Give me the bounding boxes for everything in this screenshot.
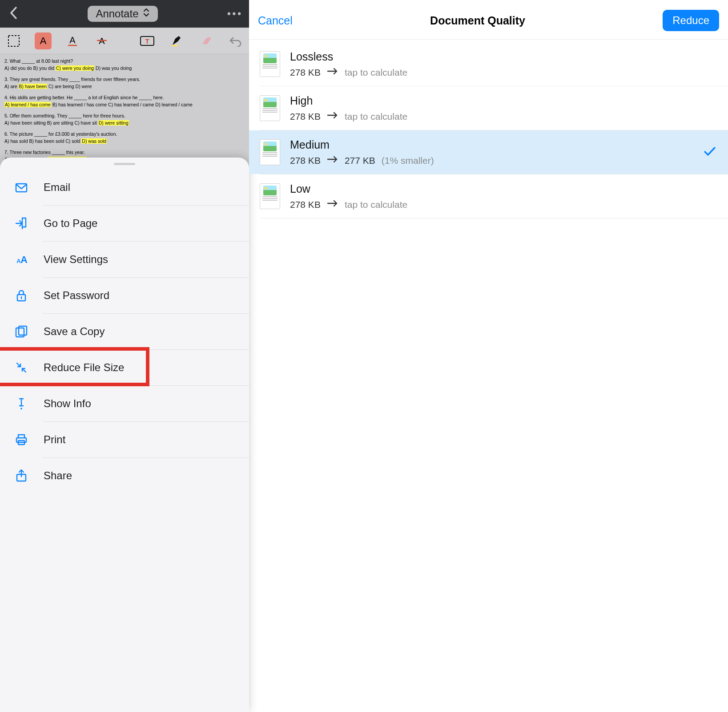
menu-item-label: Email bbox=[44, 181, 70, 194]
back-icon[interactable] bbox=[9, 6, 19, 21]
menu-item-label: View Settings bbox=[44, 253, 108, 266]
menu-item-print[interactable]: Print bbox=[0, 422, 249, 457]
quality-thumb-icon bbox=[260, 95, 280, 121]
menu-item-label: Reduce File Size bbox=[44, 361, 124, 374]
email-icon bbox=[13, 179, 29, 195]
text-a-tool-icon[interactable]: A bbox=[35, 32, 52, 49]
goto-page-icon bbox=[13, 215, 29, 231]
quality-item-low[interactable]: Low278 KBtap to calculate bbox=[249, 174, 728, 218]
svg-text:A: A bbox=[69, 35, 76, 45]
quality-item-high[interactable]: High278 KBtap to calculate bbox=[249, 86, 728, 130]
quality-name: High bbox=[290, 94, 407, 107]
arrow-right-icon bbox=[327, 67, 338, 78]
more-icon[interactable]: ••• bbox=[227, 8, 243, 20]
reduce-file-size-icon bbox=[13, 360, 29, 376]
pen-tool-icon[interactable] bbox=[168, 32, 185, 49]
updown-icon bbox=[143, 8, 150, 20]
action-sheet: EmailGo to PageAAView SettingsSet Passwo… bbox=[0, 158, 249, 712]
menu-item-set-password[interactable]: Set Password bbox=[0, 278, 249, 313]
set-password-icon bbox=[13, 287, 29, 303]
underline-a-tool-icon[interactable]: A bbox=[64, 32, 81, 49]
menu-item-label: Save a Copy bbox=[44, 325, 105, 338]
quality-thumb-icon bbox=[260, 183, 280, 209]
svg-text:A: A bbox=[40, 35, 47, 46]
mode-selector[interactable]: Annotate bbox=[88, 6, 158, 22]
arrow-right-icon bbox=[327, 111, 338, 122]
svg-rect-8 bbox=[172, 45, 178, 46]
svg-text:A: A bbox=[20, 254, 28, 265]
menu-item-label: Share bbox=[44, 469, 72, 482]
quality-size: 278 KB bbox=[290, 155, 321, 166]
quality-tap: tap to calculate bbox=[345, 111, 407, 122]
textbox-tool-icon[interactable]: T bbox=[139, 32, 156, 49]
quality-tap: tap to calculate bbox=[345, 67, 407, 78]
undo-tool-icon[interactable] bbox=[227, 32, 244, 49]
print-icon bbox=[13, 432, 29, 448]
menu-item-save-copy[interactable]: Save a Copy bbox=[0, 314, 249, 349]
strike-a-tool-icon[interactable]: A bbox=[93, 32, 110, 49]
svg-text:T: T bbox=[145, 37, 149, 45]
mode-label: Annotate bbox=[96, 8, 138, 20]
quality-after-size: 277 KB bbox=[345, 155, 375, 166]
arrow-right-icon bbox=[327, 199, 338, 210]
show-info-icon bbox=[13, 396, 29, 412]
tool-row: A A A T bbox=[0, 28, 249, 54]
save-copy-icon bbox=[13, 324, 29, 340]
quality-smaller: (1% smaller) bbox=[382, 155, 434, 166]
arrow-right-icon bbox=[327, 155, 338, 166]
quality-name: Lossless bbox=[290, 50, 407, 63]
quality-item-medium[interactable]: Medium278 KB277 KB(1% smaller) bbox=[249, 130, 728, 174]
menu-item-label: Print bbox=[44, 433, 65, 446]
quality-item-lossless[interactable]: Lossless278 KBtap to calculate bbox=[249, 42, 728, 86]
left-panel: Annotate ••• A A A bbox=[0, 0, 249, 712]
sheet-grabber[interactable] bbox=[114, 163, 135, 165]
quality-name: Medium bbox=[290, 138, 434, 151]
menu-item-share[interactable]: Share bbox=[0, 458, 249, 494]
quality-header: Cancel Document Quality Reduce bbox=[249, 0, 728, 40]
quality-title: Document Quality bbox=[430, 14, 525, 27]
menu-item-goto-page[interactable]: Go to Page bbox=[0, 206, 249, 241]
svg-rect-0 bbox=[8, 36, 19, 46]
eraser-tool-icon[interactable] bbox=[197, 32, 214, 49]
cancel-button[interactable]: Cancel bbox=[258, 14, 293, 27]
share-icon bbox=[13, 468, 29, 484]
select-tool-icon[interactable] bbox=[5, 32, 22, 49]
menu-item-email[interactable]: Email bbox=[0, 170, 249, 205]
menu-item-label: Show Info bbox=[44, 397, 91, 410]
quality-size: 278 KB bbox=[290, 199, 321, 210]
menu-item-label: Set Password bbox=[44, 289, 109, 302]
reduce-button[interactable]: Reduce bbox=[663, 10, 719, 31]
menu-item-reduce-file-size[interactable]: Reduce File Size bbox=[0, 350, 249, 385]
right-panel: Cancel Document Quality Reduce Lossless2… bbox=[249, 0, 728, 712]
check-icon bbox=[703, 146, 716, 159]
quality-tap: tap to calculate bbox=[345, 199, 407, 210]
menu-item-label: Go to Page bbox=[44, 217, 97, 230]
top-bar: Annotate ••• bbox=[0, 0, 249, 28]
menu-item-view-settings[interactable]: AAView Settings bbox=[0, 242, 249, 277]
quality-size: 278 KB bbox=[290, 67, 321, 78]
view-settings-icon: AA bbox=[13, 251, 29, 267]
quality-name: Low bbox=[290, 182, 407, 195]
quality-thumb-icon bbox=[260, 51, 280, 77]
menu-item-show-info[interactable]: Show Info bbox=[0, 386, 249, 421]
quality-size: 278 KB bbox=[290, 111, 321, 122]
quality-thumb-icon bbox=[260, 139, 280, 165]
